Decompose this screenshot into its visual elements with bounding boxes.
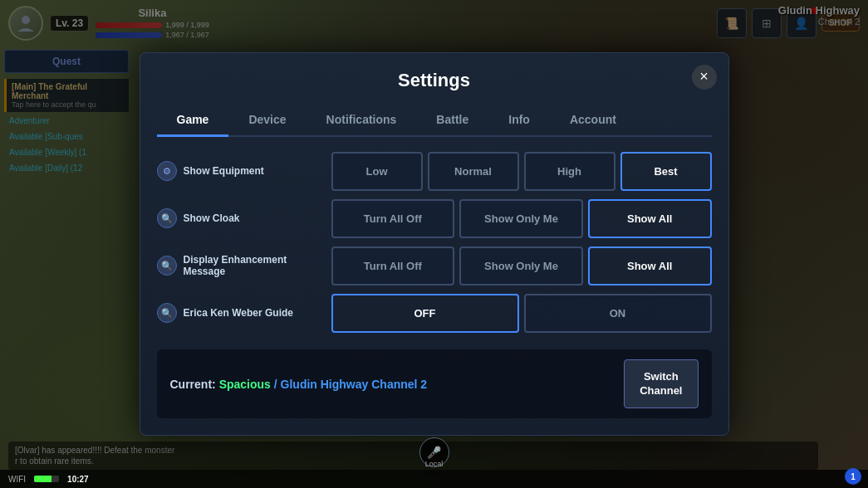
display-enhancement-row: 🔍 Display Enhancement Message Turn All O… <box>157 246 712 285</box>
tab-game[interactable]: Game <box>157 105 229 137</box>
tab-account[interactable]: Account <box>550 105 636 137</box>
equipment-high-btn[interactable]: High <box>524 152 615 191</box>
battery-bar <box>34 476 59 482</box>
enhancement-btn-group: Turn All Off Show Only Me Show All <box>331 246 712 285</box>
tab-notifications[interactable]: Notifications <box>306 105 417 137</box>
settings-modal: Settings × Game Device Notifications Bat… <box>140 52 729 437</box>
equipment-label-text: Show Equipment <box>184 165 264 177</box>
show-equipment-row: ⚙ Show Equipment Low Normal High Best <box>157 152 712 191</box>
cloak-only-me-btn[interactable]: Show Only Me <box>459 199 583 238</box>
enhancement-show-all-btn[interactable]: Show All <box>588 246 712 285</box>
local-label: Local <box>425 460 444 468</box>
equipment-best-btn[interactable]: Best <box>620 152 712 191</box>
cloak-btn-group: Turn All Off Show Only Me Show All <box>331 199 712 238</box>
display-enhancement-label: 🔍 Display Enhancement Message <box>157 254 323 278</box>
equipment-btn-group: Low Normal High Best <box>331 152 712 191</box>
cloak-label-text: Show Cloak <box>184 212 240 224</box>
guide-icon: 🔍 <box>157 303 177 323</box>
status-time: 10:27 <box>67 475 89 484</box>
equipment-icon: ⚙ <box>157 161 177 181</box>
channel-spacious: Spacious <box>219 378 271 391</box>
guide-off-btn[interactable]: OFF <box>331 294 519 333</box>
wifi-label: WIFI <box>8 475 26 484</box>
guide-label: 🔍 Erica Ken Weber Guide <box>157 303 323 323</box>
tab-device[interactable]: Device <box>228 105 306 137</box>
settings-overlay: Settings × Game Device Notifications Bat… <box>0 0 868 488</box>
guide-label-text: Erica Ken Weber Guide <box>184 307 294 319</box>
settings-rows: ⚙ Show Equipment Low Normal High Best 🔍 … <box>157 152 712 333</box>
status-bar: WIFI 10:27 1 <box>0 470 868 488</box>
cloak-icon: 🔍 <box>157 208 177 228</box>
enhancement-only-me-btn[interactable]: Show Only Me <box>459 246 583 285</box>
enhancement-icon: 🔍 <box>157 256 177 276</box>
modal-title: Settings <box>157 70 712 91</box>
guide-on-btn[interactable]: ON <box>524 294 712 333</box>
show-cloak-label: 🔍 Show Cloak <box>157 208 323 228</box>
enhancement-label-text: Display Enhancement Message <box>184 254 323 278</box>
bottom-bar: Current: Spacious / Gludin Highway Chann… <box>157 349 712 419</box>
close-button[interactable]: × <box>692 65 717 90</box>
guide-btn-group: OFF ON <box>331 294 712 333</box>
cloak-off-btn[interactable]: Turn All Off <box>331 199 455 238</box>
current-channel-text: Current: Spacious / Gludin Highway Chann… <box>170 378 428 391</box>
channel-location: / Gludin Highway Channel 2 <box>274 378 427 391</box>
equipment-low-btn[interactable]: Low <box>331 152 423 191</box>
equipment-normal-btn[interactable]: Normal <box>428 152 519 191</box>
cloak-show-all-btn[interactable]: Show All <box>588 199 712 238</box>
guide-row: 🔍 Erica Ken Weber Guide OFF ON <box>157 294 712 333</box>
enhancement-off-btn[interactable]: Turn All Off <box>331 246 455 285</box>
tab-bar: Game Device Notifications Battle Info Ac… <box>157 105 712 137</box>
status-notification: 1 <box>845 468 861 485</box>
tab-battle[interactable]: Battle <box>416 105 488 137</box>
tab-info[interactable]: Info <box>488 105 550 137</box>
show-equipment-label: ⚙ Show Equipment <box>157 161 323 181</box>
show-cloak-row: 🔍 Show Cloak Turn All Off Show Only Me S… <box>157 199 712 238</box>
switch-channel-button[interactable]: Switch Channel <box>624 359 698 409</box>
current-label: Current: <box>170 378 216 391</box>
